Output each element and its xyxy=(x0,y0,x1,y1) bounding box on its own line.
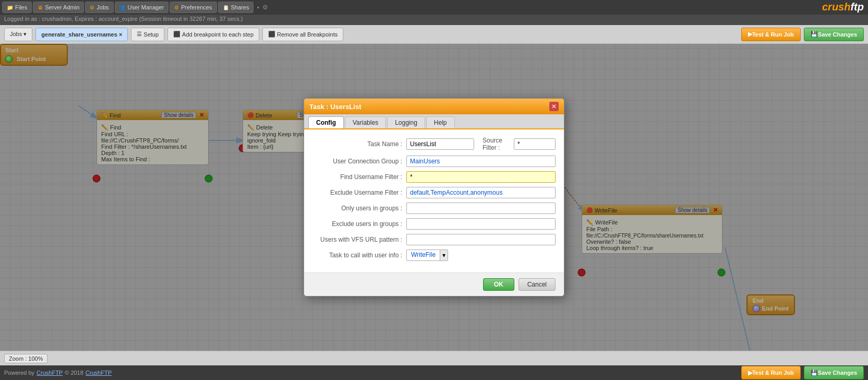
row-only-users-groups: Only users in groups : xyxy=(312,203,556,214)
task-to-call-value: WriteFile xyxy=(406,250,440,261)
nav-jobs[interactable]: ⚙Jobs xyxy=(85,2,113,13)
setup-button[interactable]: ☰ Setup xyxy=(131,28,164,41)
cancel-button[interactable]: Cancel xyxy=(519,278,556,291)
test-run-job-button-bottom[interactable]: ▶ Test & Run Job xyxy=(741,366,801,379)
tab-config[interactable]: Config xyxy=(308,116,344,128)
status-bar: Logged in as : crushadmin, Expires : acc… xyxy=(0,15,868,25)
nav-shares[interactable]: 📋Shares xyxy=(218,2,254,13)
bottom-toolbar: Zoom : 100% xyxy=(0,351,868,365)
find-username-filter-input[interactable] xyxy=(406,171,556,183)
row-exclude-users-groups: Exclude users in groups : xyxy=(312,218,556,230)
zoom-label: Zoom : 100% xyxy=(4,354,47,363)
row-task-to-call: Task to call with user info : WriteFile … xyxy=(312,250,556,261)
row-user-connection-group: User Connection Group : xyxy=(312,156,556,167)
active-job-tab[interactable]: generate_share_usernames × xyxy=(35,28,128,41)
tab-logging[interactable]: Logging xyxy=(387,116,425,128)
nav-server-admin[interactable]: 🖥Server Admin xyxy=(33,2,84,13)
row-exclude-username-filter: Exclude Username Filter : xyxy=(312,187,556,198)
powered-by-label: Powered by xyxy=(4,370,34,376)
row-find-username-filter: Find Username Filter : xyxy=(312,171,556,183)
user-connection-group-input[interactable] xyxy=(406,156,556,167)
save-changes-button-bottom[interactable]: 💾 Save Changes xyxy=(804,366,864,379)
task-name-input[interactable] xyxy=(406,138,474,150)
copyright-label: © 2018 xyxy=(65,370,83,376)
ok-button[interactable]: OK xyxy=(483,278,514,291)
bottom-status-bar: Powered by CrushFTP © 2018 CrushFTP ▶ Te… xyxy=(0,365,868,380)
vfs-pattern-input[interactable] xyxy=(406,234,556,245)
exclude-users-groups-input[interactable] xyxy=(406,218,556,230)
modal-close-button[interactable]: ✕ xyxy=(549,102,559,111)
modal-overlay: Task : UsersList ✕ Config Variables Logg… xyxy=(0,44,868,351)
remove-breakpoints-button[interactable]: ⬛ Remove all Breakpoints xyxy=(262,28,343,41)
task-to-call-dropdown[interactable]: ▾ xyxy=(440,250,448,261)
modal-body: Task Name : Source Filter : User Connect… xyxy=(304,129,564,272)
modal-title: Task : UsersList xyxy=(309,103,361,111)
tab-variables[interactable]: Variables xyxy=(345,116,386,128)
crushftp-link-1[interactable]: CrushFTP xyxy=(37,370,63,376)
app-logo: crushftp xyxy=(822,1,864,13)
modal-userslist: Task : UsersList ✕ Config Variables Logg… xyxy=(304,98,564,296)
main-toolbar: Jobs ▾ generate_share_usernames × ☰ Setu… xyxy=(0,25,868,44)
row-task-name: Task Name : Source Filter : xyxy=(312,137,556,151)
nav-user-manager[interactable]: 👤User Manager xyxy=(115,2,169,13)
modal-tabs: Config Variables Logging Help xyxy=(304,114,564,129)
crushftp-link-2[interactable]: CrushFTP xyxy=(86,370,112,376)
exclude-username-filter-input[interactable] xyxy=(406,187,556,198)
row-vfs-pattern: Users with VFS URL pattern : xyxy=(312,234,556,245)
toolbar-right: ▶ Test & Run Job 💾 Save Changes xyxy=(741,28,864,41)
nav-files[interactable]: 📁Files xyxy=(2,2,32,13)
modal-title-bar: Task : UsersList ✕ xyxy=(304,99,564,114)
source-filter-input[interactable] xyxy=(514,138,556,150)
save-changes-button-top[interactable]: 💾 Save Changes xyxy=(804,28,864,41)
bottom-right-buttons: ▶ Test & Run Job 💾 Save Changes xyxy=(741,366,864,379)
only-users-groups-input[interactable] xyxy=(406,203,556,214)
jobs-dropdown[interactable]: Jobs ▾ xyxy=(4,28,32,41)
modal-footer: OK Cancel xyxy=(304,272,564,296)
tab-help[interactable]: Help xyxy=(426,116,455,128)
nav-preferences[interactable]: ⚙Preferences xyxy=(170,2,216,13)
canvas-area: Start Start Point ✏️ Find Show details ✕… xyxy=(0,44,868,351)
top-nav: 📁Files 🖥Server Admin ⚙Jobs 👤User Manager… xyxy=(0,0,868,15)
task-to-call-container: WriteFile ▾ xyxy=(406,250,448,261)
test-run-job-button[interactable]: ▶ Test & Run Job xyxy=(741,28,801,41)
add-breakpoint-button[interactable]: ⬛ Add breakpoint to each step xyxy=(167,28,259,41)
